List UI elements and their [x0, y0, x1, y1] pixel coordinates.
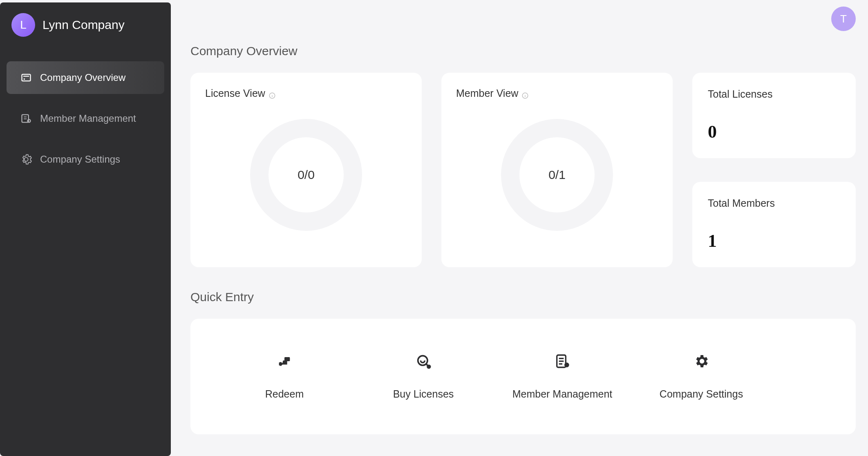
member-donut-wrap: 0/1: [456, 99, 658, 250]
svg-rect-5: [24, 118, 27, 119]
license-donut-value: 0/0: [268, 137, 344, 212]
total-members-label: Total Members: [708, 197, 840, 209]
dashboard-icon: [20, 72, 32, 83]
sidebar-item-company-settings[interactable]: Company Settings: [7, 143, 164, 176]
sidebar-item-label: Member Management: [40, 113, 136, 124]
total-members-card: Total Members 1: [692, 182, 856, 267]
sidebar-item-member-management[interactable]: Member Management: [7, 102, 164, 135]
main-content: T Company Overview License View 0/0 Memb…: [171, 0, 868, 456]
svg-rect-13: [284, 357, 290, 361]
svg-rect-17: [559, 358, 564, 359]
quick-entry-section-title: Quick Entry: [190, 290, 856, 304]
quick-item-member-management[interactable]: Member Management: [493, 353, 632, 400]
quick-item-label: Company Settings: [660, 388, 743, 400]
svg-rect-2: [23, 76, 29, 76]
quick-item-label: Redeem: [265, 388, 304, 400]
license-donut: 0/0: [250, 119, 362, 231]
member-donut-value: 0/1: [519, 137, 595, 212]
total-licenses-card: Total Licenses 0: [692, 73, 856, 158]
license-donut-wrap: 0/0: [205, 99, 407, 250]
quick-item-label: Member Management: [512, 388, 613, 400]
sidebar-header: L Lynn Company: [7, 13, 164, 37]
svg-rect-18: [559, 360, 564, 362]
total-licenses-label: Total Licenses: [708, 88, 840, 100]
total-licenses-value: 0: [708, 121, 840, 142]
buy-licenses-icon: [415, 353, 432, 369]
quick-item-redeem[interactable]: Redeem: [215, 353, 354, 400]
svg-rect-19: [559, 363, 562, 364]
svg-rect-0: [22, 74, 31, 81]
member-view-title: Member View: [456, 87, 518, 99]
info-icon[interactable]: [268, 90, 276, 97]
info-icon[interactable]: [521, 90, 529, 97]
member-management-icon: [554, 353, 570, 369]
stats-column: Total Licenses 0 Total Members 1: [692, 73, 856, 267]
company-avatar: L: [11, 13, 35, 37]
license-view-title-row: License View: [205, 87, 407, 99]
redeem-icon: [276, 353, 293, 369]
members-icon: [20, 113, 32, 124]
quick-entry-card: Redeem Buy Licenses Member Management Co…: [190, 319, 856, 434]
company-name: Lynn Company: [43, 18, 125, 32]
quick-item-buy-licenses[interactable]: Buy Licenses: [354, 353, 493, 400]
sidebar-item-company-overview[interactable]: Company Overview: [7, 61, 164, 94]
overview-section-title: Company Overview: [190, 44, 856, 58]
quick-item-company-settings[interactable]: Company Settings: [632, 353, 771, 400]
sidebar: L Lynn Company Company Overview Member M…: [0, 2, 171, 456]
sidebar-item-label: Company Settings: [40, 154, 120, 165]
overview-row: License View 0/0 Member View 0/1: [190, 73, 856, 267]
member-donut: 0/1: [501, 119, 613, 231]
gear-icon: [693, 353, 709, 369]
total-members-value: 1: [708, 230, 840, 251]
quick-item-label: Buy Licenses: [393, 388, 454, 400]
gear-icon: [20, 154, 32, 165]
sidebar-item-label: Company Overview: [40, 72, 125, 83]
license-view-title: License View: [205, 87, 265, 99]
svg-point-20: [564, 362, 569, 367]
svg-rect-4: [24, 116, 27, 117]
user-avatar[interactable]: T: [831, 7, 856, 31]
license-view-card: License View 0/0: [190, 73, 422, 267]
member-view-card: Member View 0/1: [441, 73, 673, 267]
svg-point-15: [427, 365, 430, 368]
svg-point-1: [24, 78, 25, 80]
member-view-title-row: Member View: [456, 87, 658, 99]
